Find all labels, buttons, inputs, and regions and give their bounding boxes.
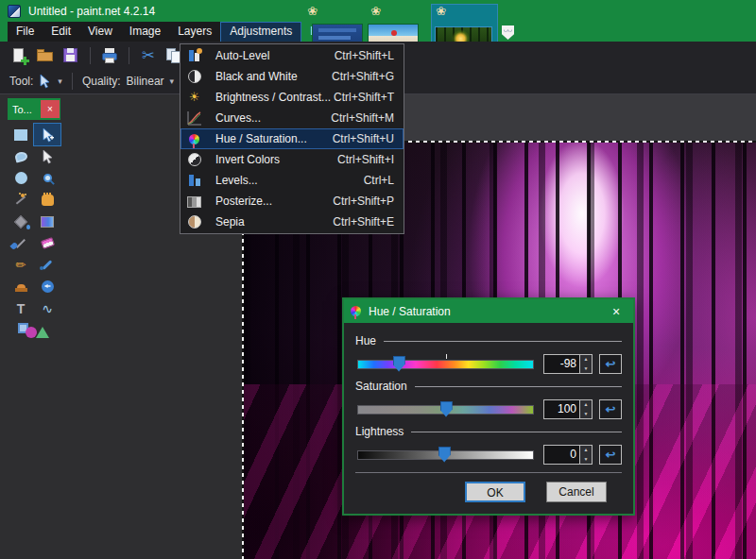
hue-value-input[interactable]: -98 ▲ ▼ [543, 354, 593, 374]
lightness-group-header: Lightness [355, 425, 622, 438]
spin-up-icon[interactable]: ▲ [580, 446, 592, 455]
menu-layers[interactable]: Layers [169, 22, 220, 42]
tool-pan[interactable] [34, 189, 60, 211]
print-button[interactable] [99, 45, 120, 66]
tool-pencil[interactable]: ✏ [8, 254, 34, 276]
ok-button[interactable]: OK [465, 482, 525, 502]
tool-line-curve[interactable]: ∿ [34, 297, 60, 319]
tools-window-titlebar[interactable]: To... × [8, 98, 60, 120]
menu-item-invert-colors[interactable]: Invert Colors Ctrl+Shift+I [180, 149, 404, 170]
hue-slider[interactable] [357, 360, 534, 369]
pan-hand-icon [42, 195, 54, 206]
spin-up-icon[interactable]: ▲ [580, 400, 592, 410]
paintbrush-icon [16, 239, 26, 248]
toolbar-separator [72, 73, 73, 90]
tool-magic-wand[interactable] [8, 189, 34, 211]
open-file-button[interactable] [35, 45, 56, 66]
menu-item-brightness-contrast[interactable]: ☀ Brightness / Contrast... Ctrl+Shift+T [180, 87, 404, 108]
flower-icon: ❀ [370, 4, 381, 18]
tool-paintbrush[interactable] [8, 232, 34, 254]
lasso-icon [13, 150, 27, 162]
tool-clone-stamp[interactable] [8, 276, 34, 297]
menu-item-levels[interactable]: Levels... Ctrl+L [180, 170, 404, 191]
eraser-icon [40, 237, 54, 249]
move-tool-icon [41, 127, 55, 143]
tool-color-picker[interactable] [34, 254, 60, 276]
menu-item-sepia[interactable]: Sepia Ctrl+Shift+E [180, 212, 404, 232]
move-cursor-icon [39, 74, 52, 89]
hue-label: Hue [355, 334, 376, 347]
menu-edit[interactable]: Edit [43, 22, 79, 42]
cut-button[interactable]: ✂ [138, 45, 159, 66]
slider-center-tick [446, 354, 447, 359]
tools-window: To... × [8, 98, 60, 341]
quality-value[interactable]: Bilinear [127, 75, 164, 88]
dialog-titlebar[interactable]: Hue / Saturation × [344, 299, 633, 323]
new-file-button[interactable] [9, 45, 30, 66]
tool-eraser[interactable] [34, 232, 60, 254]
adjustments-dropdown-menu: Auto-Level Ctrl+Shift+L Black and White … [180, 43, 404, 234]
tool-move-selection[interactable] [34, 145, 60, 167]
hue-spinner[interactable]: ▲ ▼ [579, 355, 592, 373]
flower-icon: ❀ [436, 4, 446, 18]
spin-down-icon[interactable]: ▼ [580, 455, 592, 465]
menu-image[interactable]: Image [121, 22, 169, 42]
menu-view[interactable]: View [79, 22, 121, 42]
brightness-contrast-icon: ☀ [187, 90, 202, 105]
dialog-close-button[interactable]: × [606, 304, 627, 319]
saturation-spinner[interactable]: ▲ ▼ [579, 400, 592, 418]
flower-icon: ❀ [307, 4, 318, 18]
lightness-slider[interactable] [357, 450, 534, 460]
move-selection-icon [41, 149, 55, 164]
tool-ellipse-select[interactable] [8, 167, 34, 189]
lightness-label: Lightness [355, 425, 404, 438]
tool-text[interactable]: T [8, 297, 34, 319]
tool-recolor[interactable] [34, 276, 60, 297]
menu-item-black-and-white[interactable]: Black and White Ctrl+Shift+G [180, 66, 404, 87]
saturation-reset-button[interactable]: ↩ [599, 399, 622, 419]
lightness-reset-button[interactable]: ↩ [599, 445, 622, 465]
menu-adjustments[interactable]: Adjustments [220, 22, 301, 42]
menu-item-hue-saturation[interactable]: Hue / Saturation... Ctrl+Shift+U [180, 128, 404, 149]
pencil-icon: ✏ [16, 258, 26, 272]
tool-move-selected[interactable] [34, 124, 60, 145]
saturation-value-input[interactable]: 100 ▲ ▼ [543, 399, 593, 419]
levels-icon [187, 173, 202, 188]
tools-close-button[interactable]: × [41, 100, 60, 118]
cancel-button[interactable]: Cancel [546, 482, 607, 502]
tool-gradient[interactable] [34, 211, 60, 232]
saturation-row: 100 ▲ ▼ ↩ [355, 399, 622, 419]
rectangle-select-icon [14, 129, 27, 141]
menu-item-posterize[interactable]: Posterize... Ctrl+Shift+P [180, 191, 404, 212]
hue-slider-thumb[interactable] [393, 356, 405, 372]
menu-item-auto-level[interactable]: Auto-Level Ctrl+Shift+L [180, 45, 404, 66]
sepia-icon [188, 215, 201, 229]
tool-rectangle-select[interactable] [8, 124, 34, 145]
quality-dropdown-chevron[interactable]: ▾ [170, 76, 175, 86]
menu-item-curves[interactable]: Curves... Ctrl+Shift+M [180, 108, 404, 128]
eyedropper-icon [43, 260, 53, 270]
tool-shapes[interactable] [8, 319, 60, 341]
spin-down-icon[interactable]: ▼ [580, 364, 592, 374]
recolor-icon [42, 280, 54, 293]
tools-window-title: To... [8, 104, 41, 115]
tool-lasso-select[interactable] [8, 145, 34, 167]
tool-dropdown-chevron[interactable]: ▾ [58, 76, 62, 86]
lightness-slider-thumb[interactable] [438, 447, 451, 463]
hue-reset-button[interactable]: ↩ [599, 354, 622, 374]
menu-file[interactable]: File [8, 22, 43, 42]
lightness-spinner[interactable]: ▲ ▼ [579, 446, 592, 464]
lightness-value-input[interactable]: 0 ▲ ▼ [543, 445, 593, 465]
spin-up-icon[interactable]: ▲ [580, 355, 592, 364]
quality-label: Quality: [82, 75, 121, 88]
tool-zoom[interactable] [34, 167, 60, 189]
save-button[interactable] [60, 45, 81, 66]
auto-level-icon [187, 48, 202, 63]
saturation-slider[interactable] [357, 405, 534, 415]
paintnet-window: Untitled - paint.net 4.2.14 File Edit Vi… [0, 0, 756, 559]
posterize-icon [187, 196, 201, 208]
spin-down-icon[interactable]: ▼ [580, 410, 592, 419]
tool-paint-bucket[interactable] [8, 211, 34, 232]
toolbar-separator [129, 47, 129, 64]
saturation-slider-thumb[interactable] [440, 401, 453, 417]
